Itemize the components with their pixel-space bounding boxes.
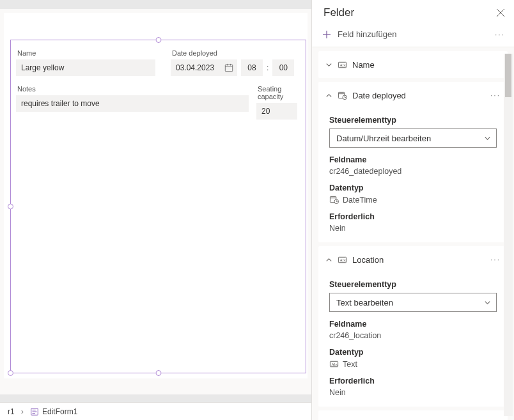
seating-input[interactable] [256,103,297,120]
datatype-value: Text [343,360,357,369]
minute-select[interactable]: 00 [272,59,294,76]
close-icon[interactable] [496,8,505,17]
text-type-icon: Abc [338,255,347,265]
field-card-notes: Abc Notes [318,410,508,420]
resize-handle-bottom-left[interactable] [8,370,13,376]
scrollbar-thumb[interactable] [505,54,511,97]
required-label: Erforderlich [329,377,497,385]
datatype-value: DateTime [343,196,377,205]
pane-more-button[interactable]: ··· [495,30,505,39]
control-type-value: Text bearbeiten [336,298,393,307]
resize-handle-top[interactable] [155,37,161,43]
field-card-notes-header[interactable]: Abc Notes [319,411,507,420]
breadcrumb-item-2-label: EditForm1 [42,407,77,416]
breadcrumb: r1 › EditForm1 [0,402,311,420]
datatype-label: Datentyp [329,348,497,357]
breadcrumb-item-1-label: r1 [8,407,15,416]
field-location-label: Location [352,255,485,265]
field-card-name: Abc Name [318,51,508,78]
text-type-icon: Abc [338,60,347,70]
fieldname-label: Feldname [329,155,497,164]
form-icon [30,407,39,416]
field-card-date-header[interactable]: Date deployed ··· [319,82,507,108]
resize-handle-bottom[interactable] [155,370,161,376]
calendar-icon [224,63,233,72]
chevron-down-icon [484,135,491,142]
date-picker[interactable]: 03.04.2023 [171,59,237,76]
canvas-area: Name Date deployed 03.04.2023 [0,0,311,420]
scrollbar[interactable] [504,54,513,416]
time-separator: : [267,63,269,72]
resize-handle-left[interactable] [8,204,13,210]
svg-text:Abc: Abc [339,62,347,66]
datetime-type-icon [329,195,339,205]
required-label: Erforderlich [329,212,497,221]
field-date-more[interactable]: ··· [490,91,501,100]
required-value: Nein [329,224,497,233]
chevron-up-icon [325,92,332,99]
date-value: 03.04.2023 [176,63,214,72]
breadcrumb-item-editform[interactable]: EditForm1 [27,406,80,417]
field-card-location-header[interactable]: Abc Location ··· [319,247,507,272]
control-type-dropdown-date[interactable]: Datum/Uhrzeit bearbeiten [329,128,497,148]
fieldname-label: Feldname [329,320,497,329]
fieldname-value: cr246_datedeployed [329,167,497,176]
canvas-ruler [0,0,311,9]
fieldname-value: cr246_location [329,331,497,340]
chevron-down-icon [484,299,491,306]
date-deployed-label: Date deployed [172,49,294,57]
pane-title: Felder [323,6,354,19]
hour-select[interactable]: 08 [241,59,263,76]
breadcrumb-item-1[interactable]: r1 [5,406,17,417]
field-card-location: Abc Location ··· Steuerelementtyp Text b… [318,246,508,407]
field-name-label: Name [352,60,501,70]
control-type-dropdown-location[interactable]: Text bearbeiten [329,293,497,312]
chevron-up-icon [325,256,332,263]
datetime-type-icon [338,91,347,100]
svg-text:Abc: Abc [339,257,347,261]
seating-label: Seating capacity [258,85,300,100]
breadcrumb-separator: › [21,407,24,416]
fields-pane: Felder Feld hinzufügen ··· Abc [311,0,514,420]
field-date-label: Date deployed [352,91,485,100]
notes-input[interactable] [16,95,249,112]
chevron-down-icon [325,61,332,68]
plus-icon [322,30,331,39]
name-label: Name [17,49,155,57]
svg-text:Abc: Abc [331,362,338,366]
add-field-button[interactable]: Feld hinzufügen [338,29,397,39]
name-input[interactable] [16,59,155,76]
datatype-label: Datentyp [329,183,497,192]
field-location-more[interactable]: ··· [490,255,501,264]
control-type-value: Datum/Uhrzeit bearbeiten [336,134,431,143]
control-type-label: Steuerelementtyp [329,280,497,289]
field-card-name-header[interactable]: Abc Name [319,52,507,77]
edit-form-selection[interactable]: Name Date deployed 03.04.2023 [10,40,306,373]
svg-rect-0 [225,65,232,72]
field-card-date-deployed: Date deployed ··· Steuerelementtyp Datum… [318,82,508,242]
notes-label: Notes [17,85,249,93]
control-type-label: Steuerelementtyp [329,116,497,125]
text-type-icon: Abc [329,359,339,369]
required-value: Nein [329,388,497,397]
